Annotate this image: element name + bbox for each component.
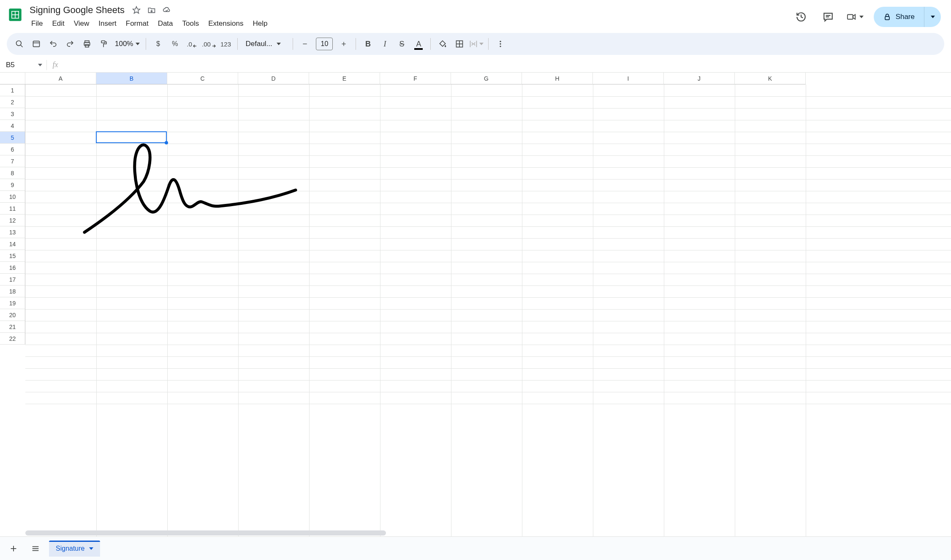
row-header-13[interactable]: 13	[0, 226, 25, 238]
chevron-down-icon	[89, 547, 93, 550]
fx-icon: fx	[47, 60, 64, 69]
number-format-button[interactable]: 123	[218, 36, 233, 52]
chevron-down-icon	[38, 64, 42, 66]
col-header-C[interactable]: C	[167, 73, 238, 84]
sheet-tab-active[interactable]: Signature	[49, 541, 100, 557]
col-header-G[interactable]: G	[451, 73, 522, 84]
row-header-5[interactable]: 5	[0, 132, 25, 144]
row-header-2[interactable]: 2	[0, 96, 25, 108]
row-header-12[interactable]: 12	[0, 215, 25, 226]
cloud-saved-icon[interactable]	[163, 6, 171, 14]
row-header-14[interactable]: 14	[0, 238, 25, 250]
col-header-J[interactable]: J	[664, 73, 735, 84]
decrease-decimal-icon[interactable]: .0	[184, 36, 199, 52]
svg-rect-9	[885, 16, 889, 19]
chevron-down-icon	[277, 43, 281, 45]
row-header-7[interactable]: 7	[0, 155, 25, 167]
percent-button[interactable]: %	[167, 36, 182, 52]
row-header-22[interactable]: 22	[0, 333, 25, 345]
menu-edit[interactable]: Edit	[48, 18, 68, 30]
all-sheets-button[interactable]	[27, 540, 44, 557]
menu-extensions[interactable]: Extensions	[204, 18, 247, 30]
name-box[interactable]: B5	[0, 61, 46, 69]
comments-icon[interactable]	[820, 8, 837, 25]
formula-input[interactable]	[64, 57, 951, 72]
row-header-19[interactable]: 19	[0, 297, 25, 309]
share-button[interactable]: Share	[874, 7, 924, 27]
select-all-corner[interactable]	[0, 73, 25, 84]
chevron-down-icon	[931, 16, 935, 18]
col-header-F[interactable]: F	[380, 73, 451, 84]
row-header-20[interactable]: 20	[0, 309, 25, 321]
lock-icon	[883, 13, 891, 21]
menu-bar: FileEditViewInsertFormatDataToolsExtensi…	[27, 18, 793, 30]
text-color-button[interactable]: A	[411, 36, 426, 52]
menu-format[interactable]: Format	[122, 18, 153, 30]
horizontal-scrollbar[interactable]	[25, 530, 386, 536]
menu-tools[interactable]: Tools	[178, 18, 204, 30]
increase-decimal-icon[interactable]: .00	[201, 36, 216, 52]
svg-rect-17	[101, 41, 105, 43]
menu-data[interactable]: Data	[154, 18, 177, 30]
fontsize-input[interactable]	[316, 38, 333, 50]
print-icon[interactable]	[79, 36, 95, 52]
history-icon[interactable]	[793, 8, 810, 25]
row-header-16[interactable]: 16	[0, 262, 25, 274]
menu-file[interactable]: File	[27, 18, 47, 30]
paint-format-icon[interactable]	[96, 36, 111, 52]
row-header-11[interactable]: 11	[0, 203, 25, 215]
row-header-8[interactable]: 8	[0, 167, 25, 179]
sheet-tab-label: Signature	[56, 545, 85, 552]
fill-handle[interactable]	[165, 141, 168, 144]
strikethrough-button[interactable]: S	[394, 36, 409, 52]
col-header-B[interactable]: B	[96, 73, 167, 84]
decrease-fontsize-icon[interactable]	[297, 36, 312, 52]
doc-title[interactable]: Signing Google Sheets	[27, 4, 127, 16]
row-header-6[interactable]: 6	[0, 144, 25, 155]
font-select[interactable]: Defaul...	[242, 40, 288, 48]
zoom-select[interactable]: 100%	[113, 40, 141, 48]
col-header-D[interactable]: D	[238, 73, 309, 84]
sheet-tab-bar: Signature	[0, 536, 951, 560]
row-header-18[interactable]: 18	[0, 285, 25, 297]
spreadsheet-grid[interactable]: ABCDEFGHIJK 1234567891011121314151617181…	[0, 73, 951, 536]
star-icon[interactable]	[132, 6, 141, 14]
row-header-15[interactable]: 15	[0, 250, 25, 262]
col-header-A[interactable]: A	[25, 73, 96, 84]
row-header-4[interactable]: 4	[0, 120, 25, 132]
italic-button[interactable]: I	[377, 36, 392, 52]
svg-point-24	[500, 41, 501, 42]
fill-color-button[interactable]	[435, 36, 450, 52]
menu-view[interactable]: View	[70, 18, 94, 30]
sheets-logo[interactable]	[7, 3, 24, 26]
row-header-10[interactable]: 10	[0, 191, 25, 203]
row-header-1[interactable]: 1	[0, 84, 25, 96]
undo-icon[interactable]	[46, 36, 61, 52]
svg-line-11	[21, 45, 23, 47]
col-header-H[interactable]: H	[522, 73, 593, 84]
redo-icon[interactable]	[62, 36, 78, 52]
increase-fontsize-icon[interactable]	[336, 36, 351, 52]
toolbar: 100% $ % .0 .00 123 Defaul... B I S	[7, 33, 944, 55]
more-toolbar-icon[interactable]	[493, 36, 508, 52]
row-header-17[interactable]: 17	[0, 274, 25, 285]
row-header-9[interactable]: 9	[0, 179, 25, 191]
search-menus-icon[interactable]	[12, 36, 27, 52]
cell-selection	[96, 131, 167, 143]
bold-button[interactable]: B	[360, 36, 375, 52]
menu-insert[interactable]: Insert	[94, 18, 121, 30]
meet-button[interactable]	[847, 8, 864, 25]
row-header-21[interactable]: 21	[0, 321, 25, 333]
share-dropdown[interactable]	[924, 7, 941, 27]
menu-help[interactable]: Help	[248, 18, 272, 30]
move-icon[interactable]	[147, 6, 156, 14]
col-header-E[interactable]: E	[309, 73, 380, 84]
merge-button[interactable]	[469, 36, 484, 52]
currency-button[interactable]: $	[150, 36, 166, 52]
borders-button[interactable]	[452, 36, 467, 52]
sidepanel-icon[interactable]	[29, 36, 44, 52]
col-header-I[interactable]: I	[593, 73, 664, 84]
row-header-3[interactable]: 3	[0, 108, 25, 120]
col-header-K[interactable]: K	[735, 73, 806, 84]
add-sheet-button[interactable]	[5, 540, 22, 557]
